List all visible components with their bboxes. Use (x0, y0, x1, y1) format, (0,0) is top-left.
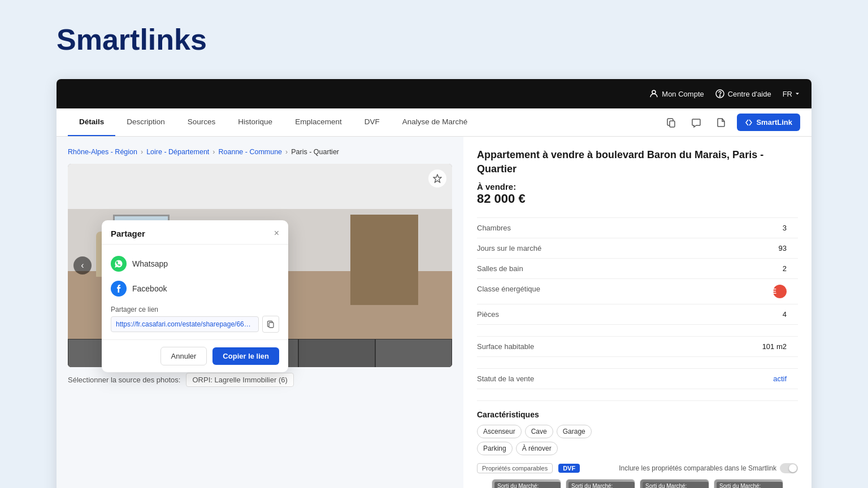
tag-ascenseur: Ascenseur (477, 425, 522, 438)
smartlink-button[interactable]: SmartLink (737, 114, 800, 131)
dvf-badge[interactable]: DVF (558, 464, 580, 473)
favorite-star-button[interactable] (428, 169, 446, 188)
tab-bar-right: SmartLink (662, 114, 800, 132)
caract-title: Caractéristiques (477, 410, 798, 419)
facebook-icon (111, 281, 127, 297)
copy-link-button[interactable]: Copier le lien (212, 347, 279, 365)
chambres-value: 3 (637, 218, 798, 238)
tab-historique[interactable]: Historique (227, 108, 284, 136)
account-nav-item[interactable]: Mon Compte (649, 89, 704, 98)
tag-garage: Garage (557, 425, 592, 438)
tab-bar-left: Détails Description Sources Historique E… (68, 108, 479, 136)
document-icon-btn[interactable] (712, 114, 730, 132)
svg-point-0 (652, 90, 656, 94)
bookshelf (350, 215, 418, 305)
thumbnail-5[interactable] (375, 339, 452, 367)
modal-footer: Annuler Copier le lien (102, 339, 288, 372)
copy-link-icon-button[interactable] (262, 316, 279, 333)
copy-icon-btn[interactable] (662, 114, 680, 132)
property-details-grid: Chambres 3 Jours sur le marché 93 Salles… (477, 217, 798, 401)
breadcrumb-dept[interactable]: Loire - Département (146, 148, 209, 156)
price-prefix-text: À vendre: (477, 182, 516, 191)
energy-badge: E (773, 285, 787, 298)
caract-tags-row-1: Ascenseur Cave Garage (477, 425, 798, 438)
tab-emplacement[interactable]: Emplacement (284, 108, 353, 136)
modal-close-button[interactable]: × (274, 228, 279, 238)
pieces-label: Pièces (477, 304, 637, 325)
share-link-row: https://fr.casafari.com/estate/sharepage… (111, 316, 279, 333)
chat-icon-btn[interactable] (687, 114, 705, 132)
modal-header: Partager × (102, 220, 288, 245)
salles-label: Salles de bain (477, 259, 637, 279)
share-link-label: Partager ce lien (111, 306, 279, 313)
empty-cell-2 (637, 325, 798, 337)
classe-energie-value: E (637, 279, 798, 304)
include-smartlink-row: Inclure les propriétés comparables dans … (619, 463, 798, 473)
photo-source-value[interactable]: ORPI: Lagrelle Immobilier (6) (186, 373, 293, 387)
prop-cards: Sorti du Marché: 30.06.2023 Vente: 213 7… (492, 479, 783, 488)
jours-label: Jours sur le marché (477, 238, 637, 259)
prop-card-4[interactable]: Sorti du Marché: 25.06.2023 Vente: 165 0… (714, 479, 783, 488)
tab-dvf[interactable]: DVF (353, 108, 391, 136)
tab-details[interactable]: Détails (68, 108, 115, 136)
modal-title: Partager (111, 229, 145, 238)
facebook-share-option[interactable]: Facebook (111, 276, 279, 301)
sorti-badge-4: Sorti du Marché: 25.06.2023 (717, 482, 783, 488)
breadcrumb-sep-1: › (141, 148, 143, 156)
svg-rect-3 (670, 121, 675, 127)
tag-cave: Cave (525, 425, 553, 438)
prop-comp-badge[interactable]: Propriétés comparables (477, 463, 553, 473)
prop-card-1[interactable]: Sorti du Marché: 30.06.2023 Vente: 213 7… (492, 479, 561, 488)
help-nav-item[interactable]: Centre d'aide (715, 89, 771, 98)
language-selector[interactable]: FR (783, 90, 800, 98)
prop-card-3[interactable]: Sorti du Marché: 26.06.2023 Vente: 170 6… (640, 479, 709, 488)
sorti-badge-1: Sorti du Marché: 30.06.2023 (494, 482, 561, 488)
account-label: Mon Compte (662, 90, 704, 98)
left-column: Rhône-Alpes - Région › Loire - Départeme… (57, 137, 463, 488)
top-navbar: Mon Compte Centre d'aide FR (57, 79, 811, 108)
empty-cell-4 (637, 357, 798, 369)
sorti-badge-2: Sorti du Marché: 29.06.2023 (568, 482, 635, 488)
tab-analyse-marche[interactable]: Analyse de Marché (391, 108, 479, 136)
breadcrumb-region[interactable]: Rhône-Alpes - Région (68, 148, 137, 156)
empty-cell-1 (477, 325, 637, 337)
cancel-button[interactable]: Annuler (160, 347, 207, 365)
prop-card-2[interactable]: Sorti du Marché: 29.06.2023 Vente: 111 6… (566, 479, 635, 488)
app-window: Mon Compte Centre d'aide FR Détails (57, 79, 811, 488)
whatsapp-share-option[interactable]: Whatsapp (111, 251, 279, 276)
share-modal: Partager × Whatsapp (102, 220, 288, 372)
surface-label: Surface habitable (477, 337, 637, 357)
svg-marker-4 (433, 175, 441, 182)
tag-parking: Parking (477, 442, 513, 455)
property-title: Appartement à vendre à boulevard Baron d… (477, 148, 798, 176)
empty-cell-3 (477, 357, 637, 369)
whatsapp-icon (111, 256, 127, 272)
classe-energie-label: Classe énergétique (477, 279, 637, 304)
tab-description[interactable]: Description (115, 108, 176, 136)
share-link-input[interactable]: https://fr.casafari.com/estate/sharepage… (111, 316, 259, 332)
price-prefix: À vendre: (477, 182, 798, 191)
smartlink-btn-label: SmartLink (756, 118, 792, 127)
app-logo: Smartlinks (57, 23, 811, 56)
photo-source-label: Sélectionner la source des photos: (68, 376, 180, 384)
thumbnail-4[interactable] (298, 339, 375, 367)
tab-bar: Détails Description Sources Historique E… (57, 108, 811, 137)
photo-prev-button[interactable]: ‹ (73, 256, 92, 274)
surface-value: 101 m2 (637, 337, 798, 357)
ceiling (68, 164, 452, 209)
prop-cards-wrapper: ‹ Sorti du Marché: 30.06.2023 Vente: 213… (477, 479, 798, 488)
statut-value: actif (637, 369, 798, 389)
sorti-badge-3: Sorti du Marché: 26.06.2023 (643, 482, 709, 488)
tab-sources[interactable]: Sources (176, 108, 227, 136)
tag-renover: À rénover (516, 442, 558, 455)
breadcrumb-commune[interactable]: Roanne - Commune (219, 148, 283, 156)
empty-cell-6 (637, 389, 798, 401)
prop-card-img-2: Sorti du Marché: 29.06.2023 (566, 480, 635, 488)
caract-tags-row-2: Parking À rénover (477, 442, 798, 455)
prop-card-img-3: Sorti du Marché: 26.06.2023 (640, 480, 709, 488)
include-smartlink-toggle[interactable] (780, 463, 798, 473)
facebook-label: Facebook (132, 284, 167, 293)
jours-value: 93 (637, 238, 798, 259)
help-label: Centre d'aide (728, 90, 771, 98)
salles-value: 2 (637, 259, 798, 279)
